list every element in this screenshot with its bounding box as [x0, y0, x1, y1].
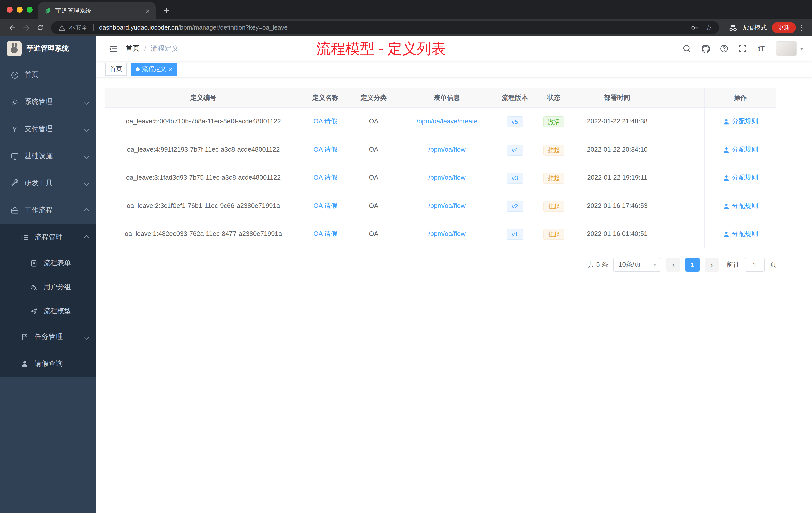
cell-id: oa_leave:2:3c1f0ef1-76b1-11ec-9c66-a2380…: [106, 192, 301, 220]
window-controls: [6, 6, 33, 12]
key-icon[interactable]: [690, 23, 699, 32]
sidebar-item-label: 支付管理: [25, 124, 53, 133]
tags-view-bar: 首页 流程定义: [96, 61, 812, 77]
cell-category: OA: [349, 192, 398, 220]
column-spacer: [660, 88, 704, 108]
sidebar-menu: 首页 系统管理 ¥ 支付管理: [0, 61, 96, 378]
definition-name-link[interactable]: OA 请假: [313, 145, 337, 154]
browser-window: 芋道管理系统 不安全 dashboard.yudao.iocoder.cn/bp…: [0, 0, 812, 513]
tab-title: 芋道管理系统: [55, 6, 140, 15]
sidebar-item-process-model[interactable]: 流程模型: [0, 299, 96, 323]
sidebar-item-process-management[interactable]: 流程管理: [0, 224, 96, 251]
sidebar-item-infrastructure[interactable]: 基础设施: [0, 143, 96, 170]
incognito-spy-icon: [728, 24, 738, 31]
prev-page-button[interactable]: [666, 258, 680, 272]
minimize-window-button[interactable]: [17, 6, 23, 12]
browser-toolbar: 不安全 dashboard.yudao.iocoder.cn/bpm/manag…: [0, 19, 812, 36]
next-page-button[interactable]: [704, 258, 719, 272]
assign-rule-link[interactable]: 分配规则: [723, 230, 758, 239]
update-button[interactable]: 更新: [772, 22, 796, 33]
tag-home[interactable]: 首页: [106, 62, 126, 76]
sidebar-item-process-form[interactable]: 流程表单: [0, 251, 96, 275]
sidebar-item-leave-query[interactable]: 请假查询: [0, 350, 96, 378]
tab-strip: 芋道管理系统: [0, 0, 812, 19]
address-bar[interactable]: 不安全 dashboard.yudao.iocoder.cn/bpm/manag…: [51, 21, 719, 34]
sidebar-item-system[interactable]: 系统管理: [0, 88, 96, 116]
sidebar-item-label: 基础设施: [25, 152, 53, 161]
user-avatar-menu[interactable]: [776, 41, 804, 56]
cell-spacer: [660, 220, 704, 248]
sidebar-item-label: 系统管理: [25, 97, 53, 107]
sidebar-item-home[interactable]: 首页: [0, 61, 96, 88]
goto-page-input[interactable]: [745, 258, 765, 272]
incognito-badge: 无痕模式: [723, 23, 772, 32]
forward-icon[interactable]: [19, 21, 33, 35]
cell-category: OA: [349, 136, 398, 163]
definition-name-link[interactable]: OA 请假: [313, 202, 337, 211]
tag-close-icon[interactable]: [169, 66, 173, 72]
cell-spacer: [660, 108, 704, 135]
column-header-name: 定义名称: [301, 88, 349, 108]
sidebar-item-payment[interactable]: ¥ 支付管理: [0, 116, 96, 143]
form-link[interactable]: /bpm/oa/leave/create: [416, 117, 477, 126]
goto-unit: 页: [770, 260, 776, 269]
assign-rule-link[interactable]: 分配规则: [723, 145, 758, 154]
maximize-window-button[interactable]: [27, 6, 33, 12]
status-badge: 挂起: [543, 144, 564, 155]
star-icon[interactable]: [705, 23, 712, 32]
definition-name-link[interactable]: OA 请假: [313, 117, 337, 126]
briefcase-icon: [10, 206, 19, 215]
sidebar-item-label: 研发工具: [25, 179, 53, 188]
reload-icon[interactable]: [33, 21, 47, 35]
security-label: 不安全: [69, 23, 88, 32]
column-header-status: 状态: [534, 88, 574, 108]
sidebar-item-label: 首页: [25, 70, 39, 79]
close-window-button[interactable]: [6, 6, 12, 12]
definition-name-link[interactable]: OA 请假: [313, 174, 337, 182]
tag-label: 首页: [110, 65, 122, 73]
form-link[interactable]: /bpm/oa/flow: [428, 202, 465, 211]
goto-label: 前往: [727, 260, 740, 269]
form-link[interactable]: /bpm/oa/flow: [428, 145, 465, 154]
hamburger-icon[interactable]: [105, 40, 121, 57]
fullscreen-icon[interactable]: [738, 44, 748, 54]
assign-rule-link[interactable]: 分配规则: [723, 117, 758, 126]
form-link[interactable]: /bpm/oa/flow: [428, 174, 465, 182]
sidebar-item-devtools[interactable]: 研发工具: [0, 170, 96, 197]
search-icon[interactable]: [682, 44, 692, 54]
cell-id: oa_leave:4:991f2193-7b7f-11ec-a3c8-acde4…: [106, 136, 301, 163]
breadcrumb: 首页 / 流程定义: [125, 44, 179, 53]
question-icon[interactable]: [719, 44, 729, 54]
definition-name-link[interactable]: OA 请假: [313, 230, 337, 239]
current-page-button[interactable]: 1: [686, 258, 699, 272]
cell-id: oa_leave:5:004b710b-7b8a-11ec-8ef0-acde4…: [106, 108, 301, 135]
browser-tab[interactable]: 芋道管理系统: [38, 2, 156, 19]
tab-close-icon[interactable]: [144, 6, 152, 14]
table-row: oa_leave:4:991f2193-7b7f-11ec-a3c8-acde4…: [106, 136, 776, 164]
page-size-select[interactable]: 10条/页: [613, 258, 661, 272]
assign-rule-link[interactable]: 分配规则: [723, 202, 758, 211]
table-row: oa_leave:2:3c1f0ef1-76b1-11ec-9c66-a2380…: [106, 192, 776, 220]
sidebar-item-user-group[interactable]: 用户分组: [0, 275, 96, 299]
back-icon[interactable]: [5, 21, 19, 35]
sidebar-item-workflow[interactable]: 工作流程: [0, 197, 96, 224]
logo-image: [6, 41, 22, 56]
table-row: oa_leave:3:1fad3d93-7b75-11ec-a3c8-acde4…: [106, 164, 776, 192]
github-icon[interactable]: [700, 44, 710, 54]
chevron-down-icon: [85, 127, 88, 131]
app-title: 芋道管理系统: [27, 44, 69, 53]
form-link[interactable]: /bpm/oa/flow: [428, 230, 465, 239]
font-size-icon[interactable]: [756, 44, 766, 54]
url-path: /bpm/manager/definition?key=oa_leave: [178, 24, 288, 31]
version-badge: v5: [507, 116, 523, 127]
column-header-category: 定义分类: [349, 88, 398, 108]
sidebar-item-task-management[interactable]: 任务管理: [0, 323, 96, 350]
list-icon: [20, 233, 29, 241]
column-header-form: 表单信息: [398, 88, 496, 108]
breadcrumb-home[interactable]: 首页: [125, 44, 140, 53]
assign-rule-link[interactable]: 分配规则: [723, 174, 758, 182]
new-tab-button[interactable]: [160, 3, 174, 18]
sidebar-item-label: 流程管理: [35, 233, 63, 242]
tag-process-definition[interactable]: 流程定义: [131, 62, 177, 76]
browser-menu-kebab-icon[interactable]: [796, 23, 807, 32]
